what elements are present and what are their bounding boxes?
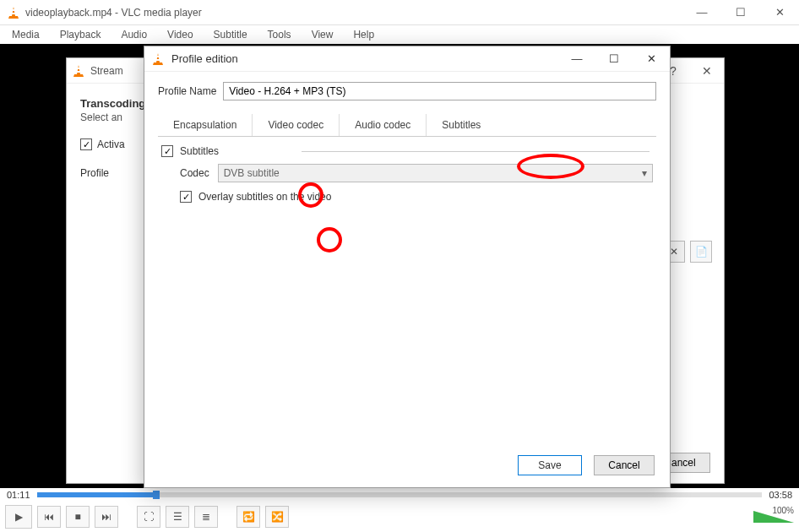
menu-view[interactable]: View xyxy=(303,27,342,42)
tab-video-codec[interactable]: Video codec xyxy=(253,114,339,136)
menu-playback[interactable]: Playback xyxy=(52,27,110,42)
window-controls: — ☐ ✕ xyxy=(682,0,799,25)
tab-audio-codec[interactable]: Audio codec xyxy=(340,114,426,136)
menu-media[interactable]: Media xyxy=(3,27,48,42)
profile-dialog-title: Profile edition xyxy=(171,52,238,65)
menu-subtitle[interactable]: Subtitle xyxy=(205,27,256,42)
subtitles-enable-checkbox[interactable] xyxy=(161,145,173,157)
save-button[interactable]: Save xyxy=(518,455,582,475)
menu-audio[interactable]: Audio xyxy=(112,27,155,42)
activate-transcoding-checkbox[interactable] xyxy=(80,138,92,150)
time-current: 01:11 xyxy=(7,490,30,500)
minimize-button[interactable]: — xyxy=(682,0,721,25)
profile-close-button[interactable]: ✕ xyxy=(633,46,670,72)
stream-title-text: Stream xyxy=(90,65,123,77)
playlist-button[interactable]: ≣ xyxy=(194,506,218,528)
vlc-icon xyxy=(72,64,85,78)
profile-name-label: Profile Name xyxy=(158,85,216,97)
profile-edition-dialog: Profile edition — ☐ ✕ Profile Name Encap… xyxy=(144,46,671,488)
play-button[interactable]: ▶ xyxy=(5,505,32,529)
menu-video[interactable]: Video xyxy=(159,27,201,42)
window-title: videoplayback.mp4 - VLC media player xyxy=(25,7,202,19)
prev-track-button[interactable]: ⏮ xyxy=(37,506,61,528)
menu-tools[interactable]: Tools xyxy=(259,27,300,42)
new-profile-button[interactable]: 📄 xyxy=(690,241,712,263)
profile-titlebar: Profile edition — ☐ ✕ xyxy=(144,46,670,72)
subtitles-enable-label: Subtitles xyxy=(180,145,219,157)
stop-button[interactable]: ■ xyxy=(66,506,90,528)
menu-help[interactable]: Help xyxy=(345,27,383,42)
profile-name-input[interactable] xyxy=(223,82,656,100)
subtitle-codec-value: DVB subtitle xyxy=(224,167,280,179)
main-titlebar: videoplayback.mp4 - VLC media player — ☐… xyxy=(0,0,799,25)
fullscreen-button[interactable]: ⛶ xyxy=(137,506,160,528)
playback-bar: 01:11 03:58 xyxy=(0,488,799,502)
player-controls: ▶ ⏮ ■ ⏭ ⛶ ☰ ≣ 🔁 🔀 100% xyxy=(0,502,799,532)
menubar: Media Playback Audio Video Subtitle Tool… xyxy=(0,25,799,44)
overlay-subtitles-label: Overlay subtitles on the video xyxy=(198,191,331,203)
overlay-subtitles-checkbox[interactable] xyxy=(180,191,192,203)
loop-button[interactable]: 🔁 xyxy=(236,506,260,528)
time-total: 03:58 xyxy=(769,490,792,500)
subtitle-codec-dropdown[interactable]: DVB subtitle xyxy=(218,164,653,182)
close-button[interactable]: ✕ xyxy=(760,0,799,25)
tab-subtitles[interactable]: Subtitles xyxy=(427,114,496,136)
vlc-icon xyxy=(7,6,20,19)
maximize-button[interactable]: ☐ xyxy=(721,0,760,25)
shuffle-button[interactable]: 🔀 xyxy=(265,506,289,528)
profile-minimize-button[interactable]: — xyxy=(558,46,595,72)
extended-settings-button[interactable]: ☰ xyxy=(166,506,189,528)
next-track-button[interactable]: ⏭ xyxy=(95,506,118,528)
vlc-icon xyxy=(151,52,165,66)
profile-tabs: Encapsulation Video codec Audio codec Su… xyxy=(158,114,656,137)
stream-close-button[interactable]: ✕ xyxy=(690,58,724,84)
seek-bar[interactable] xyxy=(37,492,763,497)
cancel-button[interactable]: Cancel xyxy=(594,455,655,475)
codec-label: Codec xyxy=(180,167,209,179)
profile-maximize-button[interactable]: ☐ xyxy=(595,46,633,72)
tab-encapsulation[interactable]: Encapsulation xyxy=(158,114,252,136)
activate-label: Activa xyxy=(97,138,125,150)
volume-slider[interactable] xyxy=(753,511,794,523)
